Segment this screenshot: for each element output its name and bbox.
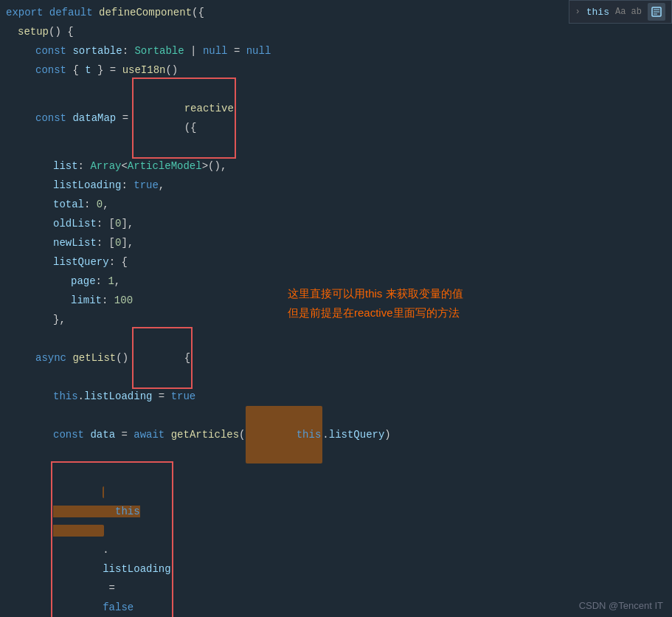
- type-articlemodel: ArticleModel: [128, 156, 202, 176]
- kw-const-2: const: [35, 61, 72, 80]
- num-100: 100: [114, 291, 133, 310]
- kw-default: default: [49, 3, 99, 22]
- getList-paren: (): [116, 348, 134, 368]
- lt-1: <: [121, 156, 127, 176]
- prop-limit: limit: [71, 291, 102, 310]
- colon-1: :: [122, 41, 135, 61]
- watermark: CSDN @Tencent IT: [579, 600, 663, 611]
- eq-data: =: [115, 425, 134, 444]
- usei18n-paren: (): [165, 61, 178, 80]
- line-3: const sortable : Sortable | null = null: [0, 41, 672, 61]
- eq-2: =: [116, 108, 134, 128]
- this-ll-false-highlight: this . listLoading = false: [53, 463, 171, 617]
- bracket-nl: ],: [121, 233, 134, 252]
- comma-ll: ,: [159, 176, 164, 195]
- prop-listLoading: listLoading: [53, 176, 121, 195]
- kw-this-3: this: [115, 506, 140, 517]
- tooltip-panel: › this Aa ab: [569, 0, 672, 24]
- brace-t: {: [72, 61, 85, 80]
- dot-1: .: [78, 387, 84, 406]
- colon-lq: : {: [109, 252, 128, 272]
- kw-null-1: null: [203, 41, 228, 61]
- kw-const-4: const: [53, 425, 90, 444]
- line-8: total : 0 ,: [0, 195, 672, 214]
- prop-total: total: [53, 195, 84, 214]
- tooltip-this-label: this: [586, 7, 609, 18]
- brace-1: ({: [192, 3, 204, 22]
- var-data: data: [90, 425, 115, 444]
- reactive-paren: ({: [184, 122, 197, 134]
- tooltip-icon[interactable]: [648, 3, 665, 21]
- line-9: oldList : [ 0 ],: [0, 214, 672, 233]
- prop-newList: newList: [53, 233, 97, 252]
- kw-null-2: null: [246, 41, 271, 61]
- prop-page: page: [71, 272, 96, 291]
- colon-page: :: [96, 272, 108, 291]
- annotation-line1: 这里直接可以用this 来获取变量的值: [288, 284, 463, 303]
- fn-getArticles: getArticles: [171, 425, 239, 444]
- eq-ll-2: =: [103, 582, 121, 594]
- fn-setup: setup: [18, 22, 49, 41]
- kw-true: true: [134, 176, 159, 195]
- eq-1: =: [228, 41, 246, 61]
- num-0: 0: [97, 195, 103, 214]
- type-sortable: Sortable: [134, 41, 184, 61]
- gt-1: >(),: [202, 156, 227, 176]
- tooltip-ab-label: Aa ab: [615, 7, 642, 17]
- colon-list: :: [78, 156, 91, 176]
- line-5: const dataMap = reactive ({: [0, 80, 672, 156]
- kw-this-1: this: [53, 387, 78, 406]
- num-ol-0: 0: [115, 214, 121, 233]
- kw-this-2: this: [297, 429, 322, 441]
- line-4: const { t } = useI18n (): [0, 61, 672, 80]
- line-15: async getList () {: [0, 329, 672, 387]
- eq-ll: =: [152, 387, 170, 406]
- prop-listQuery-2: listQuery: [329, 425, 385, 444]
- kw-async: async: [35, 348, 72, 368]
- line-7: listLoading : true ,: [0, 176, 672, 195]
- reactive-highlight: reactive ({: [134, 80, 233, 156]
- kw-export: export: [6, 3, 49, 22]
- kw-await: await: [134, 425, 170, 444]
- pipe-1: |: [184, 41, 203, 61]
- dot-3: .: [103, 544, 108, 556]
- paren-open: (: [239, 425, 245, 444]
- brace-t2: } =: [91, 61, 122, 80]
- dot-2: .: [322, 425, 328, 444]
- tooltip-arrow: ›: [575, 7, 581, 17]
- line-11: listQuery : {: [0, 252, 672, 272]
- kw-true-2: true: [171, 387, 196, 406]
- getlist-brace-highlight: {: [134, 329, 190, 387]
- line-16: this . listLoading = true: [0, 387, 672, 406]
- prop-list: list: [53, 156, 78, 176]
- prop-listLoading-2: listLoading: [84, 387, 152, 406]
- fn-defineComponent: defineComponent: [99, 3, 192, 22]
- num-nl-0: 0: [115, 233, 121, 252]
- chinese-annotation: 这里直接可以用this 来获取变量的值 但是前提是在reactive里面写的方法: [288, 284, 463, 322]
- paren-close: ): [384, 425, 390, 444]
- fn-usei18n: useI18n: [122, 61, 166, 80]
- colon-ol: : [: [97, 214, 115, 233]
- annotation-line2: 但是前提是在reactive里面写的方法: [288, 303, 463, 323]
- prop-listLoading-3: listLoading: [103, 563, 170, 575]
- type-array: Array: [90, 156, 121, 176]
- code-container: › this Aa ab export default defineCompon…: [0, 0, 672, 617]
- line-17: const data = await getArticles ( this . …: [0, 406, 672, 463]
- fn-getList: getList: [72, 348, 116, 368]
- kw-const-3: const: [35, 108, 72, 128]
- colon-nl: : [: [97, 233, 115, 252]
- comma-total: ,: [103, 195, 108, 214]
- kw-false: false: [103, 602, 134, 613]
- close-lq: },: [53, 310, 66, 329]
- prop-listQuery: listQuery: [53, 252, 109, 272]
- prop-oldList: oldList: [53, 214, 97, 233]
- bracket-ol: ],: [121, 214, 134, 233]
- num-1: 1: [108, 272, 114, 291]
- comma-page: ,: [114, 272, 120, 291]
- setup-paren: () {: [49, 22, 74, 41]
- this-highlight-2: this: [53, 486, 140, 537]
- getList-brace: {: [184, 352, 190, 364]
- fn-reactive: reactive: [184, 103, 234, 114]
- kw-const-1: const: [35, 41, 72, 61]
- line-18: this . listLoading = false: [0, 463, 672, 617]
